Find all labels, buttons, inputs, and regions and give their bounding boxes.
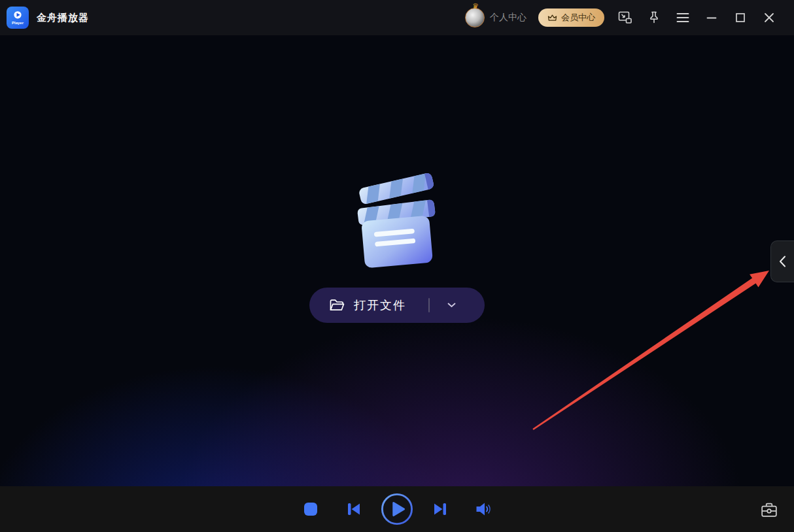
close-icon xyxy=(764,12,774,23)
titlebar: Player 金舟播放器 ♛ 个人中心 会员中心 xyxy=(0,0,794,35)
toolbox-icon xyxy=(761,501,778,518)
next-button[interactable] xyxy=(424,493,457,525)
miniplayer-button[interactable] xyxy=(611,7,640,29)
folder-open-icon xyxy=(329,298,345,312)
avatar-crown-icon: ♛ xyxy=(472,2,479,10)
open-file-label: 打开文件 xyxy=(354,297,406,313)
menu-button[interactable] xyxy=(668,7,697,29)
maximize-icon xyxy=(735,12,746,23)
crown-icon xyxy=(547,14,557,22)
menu-icon xyxy=(676,12,689,23)
app-logo-play-icon xyxy=(12,10,24,20)
minimize-button[interactable] xyxy=(697,7,726,29)
chevron-left-icon xyxy=(779,256,786,267)
open-file-dropdown[interactable] xyxy=(430,288,473,323)
playback-controlbar xyxy=(0,486,794,532)
clapperboard-icon xyxy=(354,173,440,271)
skip-next-icon xyxy=(432,501,449,517)
volume-icon xyxy=(475,501,492,517)
app-title: 金舟播放器 xyxy=(37,12,89,24)
volume-button[interactable] xyxy=(467,493,500,525)
player-window: Player 金舟播放器 ♛ 个人中心 会员中心 xyxy=(0,0,794,532)
vip-center-label: 会员中心 xyxy=(561,12,595,24)
user-center-button[interactable]: ♛ 个人中心 xyxy=(465,8,526,27)
video-stage: 打开文件 xyxy=(0,35,794,486)
playlist-toggle[interactable] xyxy=(770,241,794,282)
play-button[interactable] xyxy=(381,493,413,525)
app-logo: Player xyxy=(7,7,29,29)
skip-previous-icon xyxy=(345,501,362,517)
previous-button[interactable] xyxy=(337,493,370,525)
maximize-button[interactable] xyxy=(726,7,755,29)
empty-state: 打开文件 xyxy=(309,173,485,323)
miniplayer-icon xyxy=(618,10,632,25)
minimize-icon xyxy=(706,12,717,23)
pin-icon xyxy=(647,10,661,25)
avatar[interactable]: ♛ xyxy=(465,8,485,27)
open-file-button[interactable]: 打开文件 xyxy=(309,288,485,323)
pin-button[interactable] xyxy=(640,7,668,29)
stop-button[interactable] xyxy=(294,493,327,525)
stop-icon xyxy=(303,502,318,516)
user-center-label: 个人中心 xyxy=(490,12,526,24)
toolbox-button[interactable] xyxy=(756,496,782,522)
play-icon xyxy=(381,492,413,526)
chevron-down-icon xyxy=(447,303,456,308)
vip-center-button[interactable]: 会员中心 xyxy=(538,8,604,27)
close-button[interactable] xyxy=(755,7,784,29)
app-logo-caption: Player xyxy=(12,21,24,25)
